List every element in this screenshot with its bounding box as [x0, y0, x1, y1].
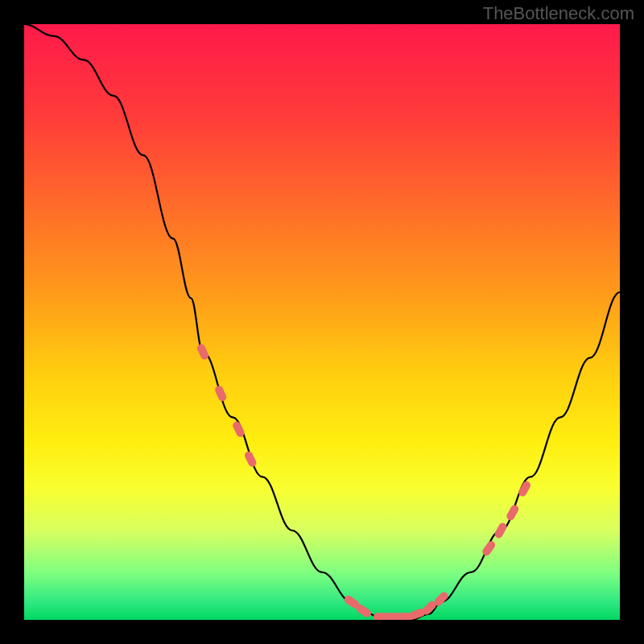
chart-frame	[24, 24, 620, 620]
watermark: TheBottleneck.com	[483, 3, 634, 24]
gradient-background	[24, 24, 620, 620]
chart-plot	[24, 24, 620, 620]
